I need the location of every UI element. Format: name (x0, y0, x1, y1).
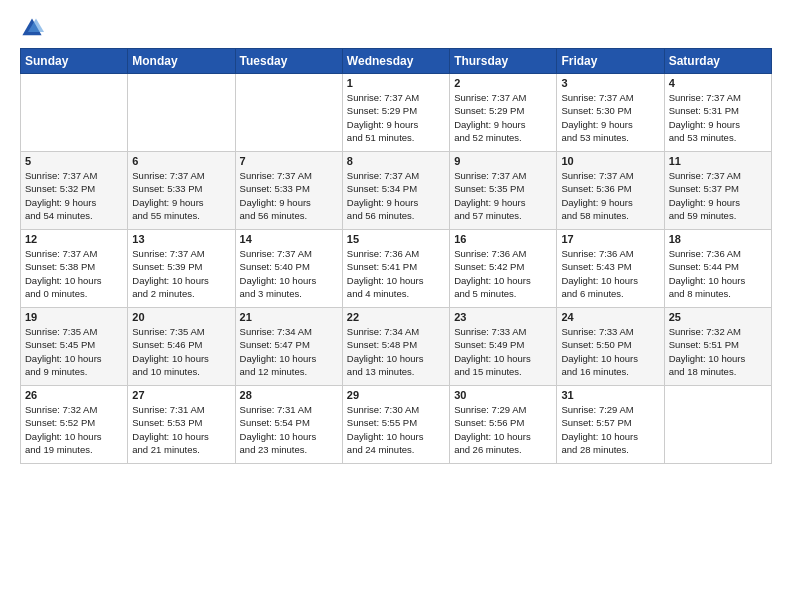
day-number: 19 (25, 311, 123, 323)
calendar-table: SundayMondayTuesdayWednesdayThursdayFrid… (20, 48, 772, 464)
day-info: Sunrise: 7:35 AM Sunset: 5:45 PM Dayligh… (25, 325, 123, 378)
week-row-0: 1Sunrise: 7:37 AM Sunset: 5:29 PM Daylig… (21, 74, 772, 152)
header-cell-thursday: Thursday (450, 49, 557, 74)
day-number: 3 (561, 77, 659, 89)
day-cell: 13Sunrise: 7:37 AM Sunset: 5:39 PM Dayli… (128, 230, 235, 308)
day-info: Sunrise: 7:31 AM Sunset: 5:53 PM Dayligh… (132, 403, 230, 456)
day-cell: 8Sunrise: 7:37 AM Sunset: 5:34 PM Daylig… (342, 152, 449, 230)
day-number: 7 (240, 155, 338, 167)
day-cell: 4Sunrise: 7:37 AM Sunset: 5:31 PM Daylig… (664, 74, 771, 152)
day-number: 11 (669, 155, 767, 167)
day-info: Sunrise: 7:29 AM Sunset: 5:56 PM Dayligh… (454, 403, 552, 456)
page: SundayMondayTuesdayWednesdayThursdayFrid… (0, 0, 792, 612)
week-row-4: 26Sunrise: 7:32 AM Sunset: 5:52 PM Dayli… (21, 386, 772, 464)
day-info: Sunrise: 7:37 AM Sunset: 5:30 PM Dayligh… (561, 91, 659, 144)
day-cell: 6Sunrise: 7:37 AM Sunset: 5:33 PM Daylig… (128, 152, 235, 230)
day-number: 12 (25, 233, 123, 245)
day-info: Sunrise: 7:37 AM Sunset: 5:38 PM Dayligh… (25, 247, 123, 300)
day-info: Sunrise: 7:37 AM Sunset: 5:33 PM Dayligh… (132, 169, 230, 222)
day-info: Sunrise: 7:35 AM Sunset: 5:46 PM Dayligh… (132, 325, 230, 378)
day-info: Sunrise: 7:37 AM Sunset: 5:39 PM Dayligh… (132, 247, 230, 300)
day-number: 25 (669, 311, 767, 323)
day-number: 14 (240, 233, 338, 245)
day-cell (128, 74, 235, 152)
day-cell (664, 386, 771, 464)
day-cell: 27Sunrise: 7:31 AM Sunset: 5:53 PM Dayli… (128, 386, 235, 464)
day-number: 23 (454, 311, 552, 323)
header-cell-friday: Friday (557, 49, 664, 74)
day-cell: 23Sunrise: 7:33 AM Sunset: 5:49 PM Dayli… (450, 308, 557, 386)
day-cell: 31Sunrise: 7:29 AM Sunset: 5:57 PM Dayli… (557, 386, 664, 464)
week-row-2: 12Sunrise: 7:37 AM Sunset: 5:38 PM Dayli… (21, 230, 772, 308)
day-info: Sunrise: 7:37 AM Sunset: 5:29 PM Dayligh… (347, 91, 445, 144)
day-number: 26 (25, 389, 123, 401)
day-number: 22 (347, 311, 445, 323)
header-cell-wednesday: Wednesday (342, 49, 449, 74)
day-info: Sunrise: 7:37 AM Sunset: 5:40 PM Dayligh… (240, 247, 338, 300)
day-number: 18 (669, 233, 767, 245)
day-cell: 1Sunrise: 7:37 AM Sunset: 5:29 PM Daylig… (342, 74, 449, 152)
day-number: 28 (240, 389, 338, 401)
day-info: Sunrise: 7:36 AM Sunset: 5:42 PM Dayligh… (454, 247, 552, 300)
day-cell: 12Sunrise: 7:37 AM Sunset: 5:38 PM Dayli… (21, 230, 128, 308)
header (20, 16, 772, 40)
day-cell: 20Sunrise: 7:35 AM Sunset: 5:46 PM Dayli… (128, 308, 235, 386)
header-row: SundayMondayTuesdayWednesdayThursdayFrid… (21, 49, 772, 74)
day-cell: 21Sunrise: 7:34 AM Sunset: 5:47 PM Dayli… (235, 308, 342, 386)
day-info: Sunrise: 7:36 AM Sunset: 5:43 PM Dayligh… (561, 247, 659, 300)
day-number: 21 (240, 311, 338, 323)
day-number: 1 (347, 77, 445, 89)
week-row-1: 5Sunrise: 7:37 AM Sunset: 5:32 PM Daylig… (21, 152, 772, 230)
day-cell: 29Sunrise: 7:30 AM Sunset: 5:55 PM Dayli… (342, 386, 449, 464)
day-info: Sunrise: 7:36 AM Sunset: 5:41 PM Dayligh… (347, 247, 445, 300)
day-info: Sunrise: 7:37 AM Sunset: 5:35 PM Dayligh… (454, 169, 552, 222)
day-number: 8 (347, 155, 445, 167)
day-info: Sunrise: 7:34 AM Sunset: 5:47 PM Dayligh… (240, 325, 338, 378)
day-number: 31 (561, 389, 659, 401)
day-cell: 22Sunrise: 7:34 AM Sunset: 5:48 PM Dayli… (342, 308, 449, 386)
day-number: 10 (561, 155, 659, 167)
day-info: Sunrise: 7:31 AM Sunset: 5:54 PM Dayligh… (240, 403, 338, 456)
day-number: 9 (454, 155, 552, 167)
header-cell-saturday: Saturday (664, 49, 771, 74)
day-number: 4 (669, 77, 767, 89)
day-number: 2 (454, 77, 552, 89)
day-cell: 16Sunrise: 7:36 AM Sunset: 5:42 PM Dayli… (450, 230, 557, 308)
day-cell: 10Sunrise: 7:37 AM Sunset: 5:36 PM Dayli… (557, 152, 664, 230)
day-cell: 5Sunrise: 7:37 AM Sunset: 5:32 PM Daylig… (21, 152, 128, 230)
day-number: 30 (454, 389, 552, 401)
day-number: 16 (454, 233, 552, 245)
logo-icon (20, 16, 44, 40)
day-cell (235, 74, 342, 152)
day-info: Sunrise: 7:37 AM Sunset: 5:31 PM Dayligh… (669, 91, 767, 144)
day-info: Sunrise: 7:30 AM Sunset: 5:55 PM Dayligh… (347, 403, 445, 456)
header-cell-sunday: Sunday (21, 49, 128, 74)
day-info: Sunrise: 7:33 AM Sunset: 5:49 PM Dayligh… (454, 325, 552, 378)
day-info: Sunrise: 7:37 AM Sunset: 5:32 PM Dayligh… (25, 169, 123, 222)
day-number: 5 (25, 155, 123, 167)
day-cell: 7Sunrise: 7:37 AM Sunset: 5:33 PM Daylig… (235, 152, 342, 230)
day-number: 24 (561, 311, 659, 323)
day-info: Sunrise: 7:32 AM Sunset: 5:51 PM Dayligh… (669, 325, 767, 378)
day-number: 20 (132, 311, 230, 323)
day-cell: 30Sunrise: 7:29 AM Sunset: 5:56 PM Dayli… (450, 386, 557, 464)
day-number: 17 (561, 233, 659, 245)
day-cell: 25Sunrise: 7:32 AM Sunset: 5:51 PM Dayli… (664, 308, 771, 386)
day-cell: 19Sunrise: 7:35 AM Sunset: 5:45 PM Dayli… (21, 308, 128, 386)
day-cell: 17Sunrise: 7:36 AM Sunset: 5:43 PM Dayli… (557, 230, 664, 308)
week-row-3: 19Sunrise: 7:35 AM Sunset: 5:45 PM Dayli… (21, 308, 772, 386)
day-info: Sunrise: 7:36 AM Sunset: 5:44 PM Dayligh… (669, 247, 767, 300)
logo (20, 16, 48, 40)
day-cell: 24Sunrise: 7:33 AM Sunset: 5:50 PM Dayli… (557, 308, 664, 386)
day-cell (21, 74, 128, 152)
header-cell-tuesday: Tuesday (235, 49, 342, 74)
day-cell: 15Sunrise: 7:36 AM Sunset: 5:41 PM Dayli… (342, 230, 449, 308)
day-info: Sunrise: 7:37 AM Sunset: 5:36 PM Dayligh… (561, 169, 659, 222)
day-info: Sunrise: 7:34 AM Sunset: 5:48 PM Dayligh… (347, 325, 445, 378)
day-number: 15 (347, 233, 445, 245)
day-info: Sunrise: 7:33 AM Sunset: 5:50 PM Dayligh… (561, 325, 659, 378)
day-cell: 18Sunrise: 7:36 AM Sunset: 5:44 PM Dayli… (664, 230, 771, 308)
day-info: Sunrise: 7:37 AM Sunset: 5:34 PM Dayligh… (347, 169, 445, 222)
day-number: 29 (347, 389, 445, 401)
day-number: 6 (132, 155, 230, 167)
